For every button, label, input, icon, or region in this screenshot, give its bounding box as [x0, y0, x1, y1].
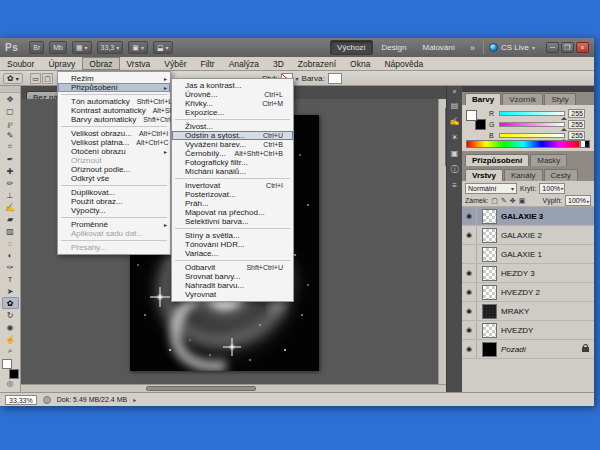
lasso-tool[interactable]: ℘: [2, 117, 19, 129]
menu-item[interactable]: [175, 119, 290, 120]
layer-row[interactable]: HVEZDY: [462, 321, 594, 340]
panel-color-swatches[interactable]: [466, 110, 486, 130]
menu-item[interactable]: Křivky... Ctrl+M: [172, 99, 293, 108]
brush-tool[interactable]: ✏: [2, 177, 19, 189]
zoom-tool[interactable]: ⌕: [2, 345, 19, 357]
eraser-tool[interactable]: ▰: [2, 213, 19, 225]
menu-item[interactable]: Režim: [58, 74, 170, 83]
menu-item[interactable]: Otočení obrazu: [58, 147, 170, 156]
clone-stamp-tool[interactable]: ⊥: [2, 189, 19, 201]
lock-pixels-icon[interactable]: ✎: [501, 197, 507, 205]
shape-color-swatch[interactable]: [328, 73, 342, 84]
channel-value-field[interactable]: 255: [568, 120, 585, 129]
menu-item[interactable]: [61, 126, 167, 127]
menu-item[interactable]: [175, 178, 290, 179]
layer-thumbnail[interactable]: [482, 247, 497, 262]
layer-thumbnail[interactable]: [482, 266, 497, 281]
history-brush-tool[interactable]: ✍: [2, 201, 19, 213]
layer-thumbnail[interactable]: [482, 285, 497, 300]
menu-item[interactable]: Barvy automaticky Shft+Ctrl+B: [58, 115, 170, 124]
menu-item[interactable]: Variace...: [172, 249, 293, 258]
channel-slider[interactable]: [499, 111, 565, 116]
panel-tab[interactable]: Cesty: [544, 169, 578, 181]
layer-row[interactable]: MRAKY: [462, 302, 594, 321]
vertical-scrollbar[interactable]: [438, 99, 446, 384]
menu-bar-item[interactable]: Úpravy: [41, 57, 82, 70]
menu-item[interactable]: Duplikovat...: [58, 188, 170, 197]
layer-visibility-toggle[interactable]: [462, 264, 477, 282]
menu-item[interactable]: [61, 240, 167, 241]
panel-tab[interactable]: Barvy: [465, 93, 501, 105]
foreground-color-swatch[interactable]: [2, 359, 12, 369]
workspace-overflow-button[interactable]: »: [467, 43, 478, 53]
3d-rotate-tool[interactable]: ↻: [2, 309, 19, 321]
menu-item[interactable]: Použít obraz...: [58, 197, 170, 206]
channel-value-field[interactable]: 255: [568, 109, 585, 118]
menu-item[interactable]: Aplikovat sadu dat...: [58, 229, 170, 238]
menu-item[interactable]: Fotografický filtr...: [172, 158, 293, 167]
type-tool[interactable]: T: [2, 273, 19, 285]
menu-item[interactable]: Velikost obrazu... Alt+Ctrl+I: [58, 129, 170, 138]
menu-bar-item[interactable]: Filtr: [194, 57, 222, 70]
dock-panel-icon-2[interactable]: ✍: [449, 116, 461, 127]
layer-thumbnail[interactable]: [482, 323, 497, 338]
layer-row[interactable]: GALAXIE 2: [462, 226, 594, 245]
horizontal-scrollbar-thumb[interactable]: [146, 386, 256, 391]
workspace-button[interactable]: Výchozí: [330, 40, 372, 55]
menu-item[interactable]: Černobílý... Alt+Shft+Ctrl+B: [172, 149, 293, 158]
menu-bar-item[interactable]: Výběr: [157, 57, 193, 70]
paths-button[interactable]: ▢: [42, 73, 53, 84]
layer-visibility-toggle[interactable]: [462, 283, 477, 301]
layer-visibility-toggle[interactable]: [462, 207, 477, 225]
foreground-color-swatch[interactable]: [466, 110, 477, 121]
workspace-button[interactable]: Design: [375, 40, 414, 55]
eyedropper-tool[interactable]: ✒: [2, 153, 19, 165]
menu-item[interactable]: Odkrýt vše: [58, 174, 170, 183]
lock-position-icon[interactable]: ✥: [510, 197, 516, 205]
menu-bar-item[interactable]: Vrstva: [120, 57, 158, 70]
close-button[interactable]: ×: [576, 42, 589, 53]
color-spectrum-ramp[interactable]: [466, 140, 580, 148]
blend-mode-select[interactable]: Normální▾: [465, 183, 517, 194]
menu-bar-item[interactable]: Okna: [343, 57, 377, 70]
menu-item[interactable]: Stíny a světla...: [172, 231, 293, 240]
layer-row[interactable]: Pozadí: [462, 340, 594, 359]
status-flyout-icon[interactable]: ▸: [133, 396, 136, 403]
gradient-tool[interactable]: ▨: [2, 225, 19, 237]
layer-thumbnail[interactable]: [482, 209, 497, 224]
menu-item[interactable]: Kontrast automaticky Alt+Shft+Ctrl+L: [58, 106, 170, 115]
bridge-button[interactable]: Br: [29, 41, 44, 54]
panel-tab[interactable]: Kanály: [504, 169, 542, 181]
toolbox-grip[interactable]: [0, 86, 20, 93]
mini-bridge-button[interactable]: Mb: [49, 41, 67, 54]
dodge-tool[interactable]: ◐: [2, 249, 19, 261]
dock-panel-icon-5[interactable]: ⓘ: [449, 164, 461, 175]
menu-item[interactable]: Jas a kontrast...: [172, 81, 293, 90]
panel-tab[interactable]: Vzorník: [502, 93, 543, 105]
menu-bar-item[interactable]: Obraz: [82, 57, 119, 70]
menu-item[interactable]: Práh...: [172, 199, 293, 208]
menu-item[interactable]: Přizpůsobení: [58, 83, 170, 92]
zoom-level-button[interactable]: 33,3▾: [97, 41, 124, 54]
menu-item[interactable]: Oříznout: [58, 156, 170, 165]
marquee-tool[interactable]: ▢: [2, 105, 19, 117]
menu-item[interactable]: Vyvážení barev... Ctrl+B: [172, 140, 293, 149]
screen-mode-button[interactable]: ⬓▾: [153, 41, 173, 54]
custom-shape-tool[interactable]: ✿: [2, 297, 19, 309]
menu-item[interactable]: Invertovat Ctrl+I: [172, 181, 293, 190]
3d-orbit-tool[interactable]: ◉: [2, 321, 19, 333]
menu-item[interactable]: Expozice...: [172, 108, 293, 117]
dock-panel-icon-4[interactable]: ▣: [449, 148, 461, 159]
opacity-field[interactable]: 100%▸: [539, 183, 565, 194]
panel-tab[interactable]: Vrstvy: [465, 169, 503, 181]
panel-tab[interactable]: Styly: [544, 93, 575, 105]
channel-slider[interactable]: [499, 133, 565, 138]
menu-item[interactable]: Oříznout podle...: [58, 165, 170, 174]
layer-row[interactable]: HEZDY 3: [462, 264, 594, 283]
lock-transparency-icon[interactable]: ▢: [491, 197, 498, 205]
arrange-documents-button[interactable]: ▣▾: [128, 41, 148, 54]
menu-item[interactable]: Odbarvit Shft+Ctrl+U: [172, 263, 293, 272]
menu-item[interactable]: Srovnat barvy...: [172, 272, 293, 281]
view-extras-button[interactable]: ▦▾: [72, 41, 92, 54]
menu-bar-item[interactable]: Nápověda: [377, 57, 430, 70]
